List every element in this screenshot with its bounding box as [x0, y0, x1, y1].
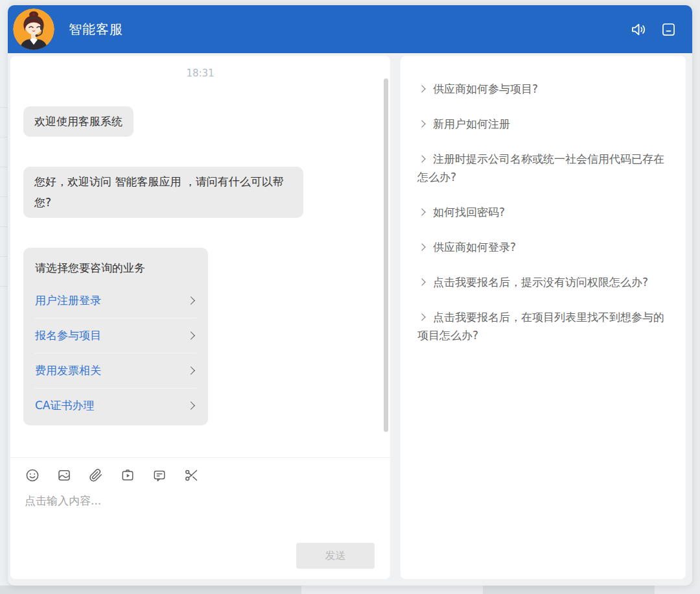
- chat-scrollbar[interactable]: [384, 78, 388, 432]
- faq-item[interactable]: 供应商如何参与项目?: [417, 80, 669, 98]
- faq-item[interactable]: 点击我要报名后，提示没有访问权限怎么办?: [417, 274, 669, 291]
- chevron-right-icon: [418, 278, 425, 285]
- volume-icon[interactable]: [630, 21, 648, 38]
- chevron-right-icon: [418, 314, 425, 321]
- chat-widget: 智能客服 18:31 欢迎使用客服系统 您好，欢迎访问 智能客服应用 ，: [8, 5, 692, 586]
- chevron-right-icon: [418, 156, 425, 163]
- agent-message-row: 请选择您要咨询的业务 用户注册登录 报名参与项目 费用发票相关: [23, 248, 377, 425]
- chevron-right-icon: [187, 331, 195, 340]
- composer-toolbar: [25, 468, 376, 483]
- message-input[interactable]: [25, 493, 376, 536]
- service-menu-card: 请选择您要咨询的业务 用户注册登录 报名参与项目 费用发票相关: [23, 248, 208, 425]
- menu-item-signup-project[interactable]: 报名参与项目: [35, 318, 196, 353]
- background-page-bottom-edge: [0, 586, 700, 594]
- send-button[interactable]: 发送: [296, 543, 375, 569]
- widget-header: 智能客服: [8, 5, 692, 53]
- message-timestamp: 18:31: [23, 56, 377, 79]
- faq-item[interactable]: 点击我要报名后，在项目列表里找不到想参与的项目怎么办?: [417, 309, 669, 344]
- agent-avatar: [13, 8, 54, 50]
- video-icon[interactable]: [120, 468, 135, 483]
- faq-item[interactable]: 新用户如何注册: [417, 115, 669, 133]
- attachment-icon[interactable]: [88, 468, 104, 483]
- service-menu-title: 请选择您要咨询的业务: [35, 258, 196, 283]
- minimize-window-icon[interactable]: [660, 21, 677, 38]
- quick-reply-icon[interactable]: [152, 468, 167, 483]
- chevron-right-icon: [418, 85, 425, 92]
- menu-item-fees-invoices[interactable]: 费用发票相关: [35, 353, 196, 388]
- faq-item[interactable]: 供应商如何登录?: [417, 239, 669, 256]
- chevron-right-icon: [418, 243, 425, 250]
- screenshot-icon[interactable]: [183, 468, 199, 483]
- agent-message-row: 欢迎使用客服系统: [23, 106, 377, 137]
- chevron-right-icon: [187, 401, 195, 410]
- menu-item-user-register-login[interactable]: 用户注册登录: [35, 283, 196, 318]
- widget-title: 智能客服: [69, 21, 123, 38]
- agent-message-bubble: 您好，欢迎访问 智能客服应用 ，请问有什么可以帮您?: [23, 167, 303, 218]
- menu-item-ca-certificate[interactable]: CA证书办理: [35, 388, 196, 423]
- chevron-right-icon: [187, 296, 195, 305]
- agent-message-row: 您好，欢迎访问 智能客服应用 ，请问有什么可以帮您?: [23, 167, 377, 218]
- conversation-panel: 18:31 欢迎使用客服系统 您好，欢迎访问 智能客服应用 ，请问有什么可以帮您…: [10, 56, 390, 579]
- agent-message-bubble: 欢迎使用客服系统: [23, 106, 134, 137]
- message-list: 18:31 欢迎使用客服系统 您好，欢迎访问 智能客服应用 ，请问有什么可以帮您…: [10, 56, 390, 458]
- chevron-right-icon: [187, 366, 195, 375]
- emoji-icon[interactable]: [25, 468, 40, 483]
- chevron-right-icon: [418, 121, 425, 128]
- faq-panel: 供应商如何参与项目? 新用户如何注册 注册时提示公司名称或统一社会信用代码已存在…: [401, 56, 686, 579]
- chevron-right-icon: [418, 208, 425, 215]
- image-icon[interactable]: [56, 468, 72, 483]
- faq-item[interactable]: 注册时提示公司名称或统一社会信用代码已存在怎么办?: [417, 150, 669, 185]
- message-composer: 发送: [10, 458, 390, 579]
- faq-item[interactable]: 如何找回密码?: [417, 204, 669, 221]
